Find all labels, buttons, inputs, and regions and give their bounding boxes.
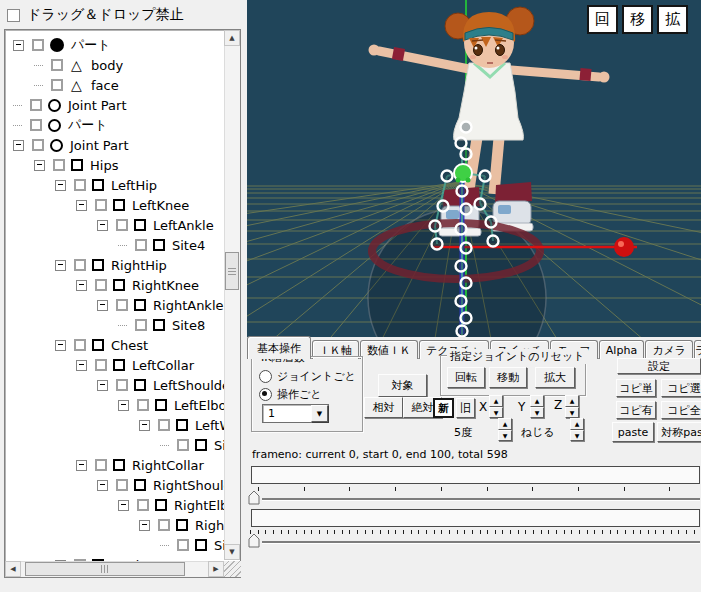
drag-drop-checkbox[interactable] [7,9,20,22]
scroll-down-icon[interactable]: ▼ [224,544,240,560]
bone-square-icon[interactable] [134,379,146,391]
tree-item-LeftAnkle[interactable]: LeftAnkle [5,215,224,235]
relative-button[interactable]: 相対 [364,397,403,418]
scroll-left-icon[interactable]: ◀ [5,561,21,577]
tree-vscroll-thumb[interactable] [225,252,239,290]
visibility-checkbox[interactable] [74,259,86,271]
tree-item-Joint-Part[interactable]: Joint Part [5,135,224,155]
visibility-checkbox[interactable] [95,459,107,471]
symmetric-paste-button[interactable]: 対称pas [657,422,701,442]
collapse-icon[interactable] [76,460,87,471]
visibility-checkbox[interactable] [116,299,128,311]
twist-spinner-down-icon[interactable]: ▼ [570,430,584,442]
collapse-icon[interactable] [76,200,87,211]
x-spinner[interactable]: ▲▼ [489,395,503,418]
bone-square-icon[interactable] [134,479,146,491]
degree-spinner[interactable]: ▲▼ [498,418,512,441]
tree-item-Joint-Part[interactable]: Joint Part [5,95,224,115]
collapse-icon[interactable] [13,140,24,151]
tree-hscroll-thumb[interactable] [25,562,185,576]
tree-item-Chest[interactable]: Chest [5,335,224,355]
tree-item-Site8[interactable]: Site8 [5,315,224,335]
radio-per-joint-circle[interactable] [259,370,272,383]
visibility-checkbox[interactable] [53,159,65,171]
tree-item-Hips[interactable]: Hips [5,155,224,175]
tree-item-LeftCollar[interactable]: LeftCollar [5,355,224,375]
bone-square-icon[interactable] [176,419,188,431]
frame-slider-2-track[interactable] [262,541,700,543]
settings-button[interactable]: 設定 [617,358,701,374]
joint-circle-icon[interactable] [48,119,61,132]
bone-square-icon[interactable] [113,279,125,291]
bone-square-icon[interactable] [92,259,104,271]
collapse-icon[interactable] [55,180,66,191]
viewport-3d[interactable] [247,0,701,337]
x-spinner-down-icon[interactable]: ▼ [489,407,503,419]
collapse-icon[interactable] [97,220,108,231]
visibility-checkbox[interactable] [135,239,147,251]
tree-vertical-scrollbar[interactable] [224,30,240,560]
bone-square-icon[interactable] [113,199,125,211]
viewport-scene[interactable] [247,0,701,337]
keyframe-strip-2[interactable] [251,509,700,527]
y-spinner[interactable]: ▲▼ [530,395,544,418]
bone-square-icon[interactable] [71,159,83,171]
collapse-icon[interactable] [55,340,66,351]
new-button[interactable]: 新 [433,398,454,418]
visibility-checkbox[interactable] [51,79,63,91]
paste-button[interactable]: paste [612,422,654,442]
visibility-checkbox[interactable] [32,139,44,151]
collapse-icon[interactable] [139,520,150,531]
tree-item-LeftKnee[interactable]: LeftKnee [5,195,224,215]
tree-item-RightW[interactable]: RightW [5,515,224,535]
tree-item-face[interactable]: △face [5,75,224,95]
bone-square-icon[interactable] [113,359,125,371]
visibility-checkbox[interactable] [30,119,42,131]
tab-基本操作[interactable]: 基本操作 [247,336,311,359]
tree-item-LeftElbow[interactable]: LeftElbow [5,395,224,415]
tree-item-RightAnkle[interactable]: RightAnkle [5,295,224,315]
resize-grip[interactable] [224,561,241,577]
visibility-checkbox[interactable] [95,359,107,371]
tree-item-LeftWr[interactable]: LeftWr [5,415,224,435]
twist-spinner-up-icon[interactable]: ▲ [570,418,584,430]
tree-item-LeftShoulder[interactable]: LeftShoulder [5,375,224,395]
visibility-checkbox[interactable] [177,539,189,551]
visibility-checkbox[interactable] [137,499,149,511]
combo-dropdown-icon[interactable]: ▼ [311,405,328,422]
bone-square-icon[interactable] [176,519,188,531]
rotate-mode-button[interactable]: 回 [587,5,618,34]
radio-per-operation-circle[interactable] [259,388,272,401]
scroll-up-icon[interactable]: ▲ [224,30,240,46]
joint-circle-icon[interactable] [50,139,63,152]
target-button[interactable]: 対象 [378,374,427,397]
degree-spinner-up-icon[interactable]: ▲ [498,418,512,430]
collapse-icon[interactable] [139,420,150,431]
tree-item-Site[interactable]: Site [5,435,224,455]
visibility-checkbox[interactable] [95,279,107,291]
collapse-icon[interactable] [55,260,66,271]
visibility-checkbox[interactable] [116,479,128,491]
tree-item-パート[interactable]: パート [5,35,224,55]
radio-per-operation[interactable]: 操作ごと [259,387,322,402]
frame-slider-1-thumb[interactable] [248,490,260,505]
visibility-checkbox[interactable] [95,199,107,211]
bone-square-icon[interactable] [153,319,165,331]
radio-per-joint[interactable]: ジョイントごと [259,369,356,384]
twist-spinner[interactable]: ▲▼ [570,418,584,441]
reset-scale-button[interactable]: 拡大 [535,367,575,388]
collapse-icon[interactable] [97,480,108,491]
tree-item-RightHip[interactable]: RightHip [5,255,224,275]
tree-item-RightShoulder[interactable]: RightShoulder [5,475,224,495]
tree-item-パート[interactable]: パート [5,115,224,135]
visibility-checkbox[interactable] [158,519,170,531]
visibility-checkbox[interactable] [137,399,149,411]
bone-square-icon[interactable] [92,179,104,191]
bone-square-icon[interactable] [195,439,207,451]
collapse-icon[interactable] [118,400,129,411]
reset-rotate-button[interactable]: 回転 [447,367,485,388]
scroll-right-icon[interactable]: ▶ [208,561,224,577]
bone-square-icon[interactable] [134,299,146,311]
bone-square-icon[interactable] [92,339,104,351]
z-spinner-down-icon[interactable]: ▼ [565,407,579,419]
